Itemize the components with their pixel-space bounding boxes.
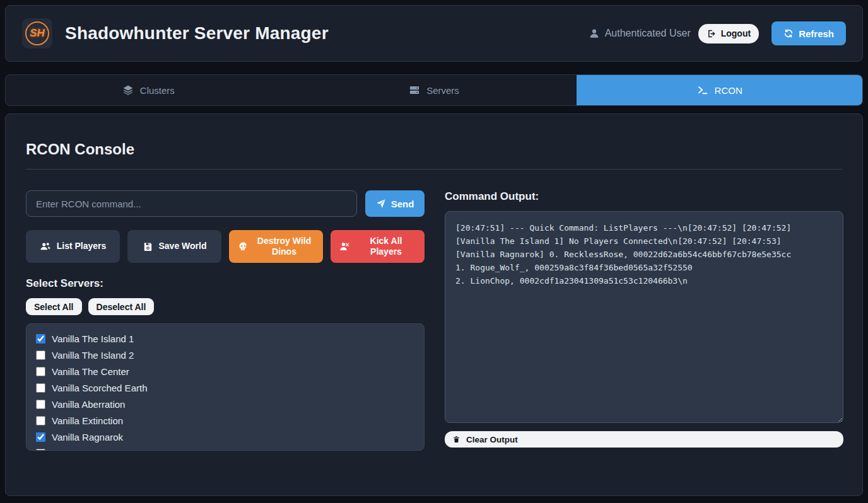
server-label: Vanilla bbox=[52, 448, 79, 451]
command-column: Send List Players Save World bbox=[26, 190, 425, 451]
output-column: Command Output: [20:47:51] --- Quick Com… bbox=[445, 190, 843, 451]
server-label: Vanilla Scorched Earth bbox=[52, 383, 147, 393]
logo-sh-icon: SH bbox=[25, 21, 49, 45]
server-row[interactable]: Vanilla The Island 1 bbox=[36, 330, 414, 347]
save-world-label: Save World bbox=[159, 241, 207, 252]
kick-all-players-button[interactable]: Kick All Players bbox=[331, 230, 425, 263]
server-checkbox[interactable] bbox=[36, 416, 45, 425]
server-checkbox[interactable] bbox=[36, 350, 45, 360]
server-icon bbox=[409, 84, 420, 96]
terminal-icon bbox=[697, 84, 708, 96]
tab-servers-label: Servers bbox=[426, 85, 459, 96]
server-row[interactable]: Vanilla The Island 2 bbox=[36, 347, 414, 363]
tab-rcon-label: RCON bbox=[715, 85, 742, 96]
page-title: RCON Console bbox=[26, 141, 842, 158]
server-row[interactable]: Vanilla Scorched Earth bbox=[36, 379, 414, 396]
server-label: Vanilla Extinction bbox=[52, 415, 123, 426]
app-title: Shadowhunter Server Manager bbox=[65, 23, 329, 43]
server-checkbox[interactable] bbox=[36, 367, 45, 376]
refresh-icon bbox=[783, 28, 794, 38]
destroy-wild-dinos-button[interactable]: Destroy Wild Dinos bbox=[229, 230, 323, 263]
save-icon bbox=[143, 241, 153, 252]
tab-servers[interactable]: Servers bbox=[291, 75, 577, 105]
users-icon bbox=[40, 241, 51, 252]
rcon-console-panel: RCON Console Send List Players bbox=[5, 113, 863, 496]
server-row[interactable]: Vanilla bbox=[36, 445, 414, 451]
layers-icon bbox=[122, 84, 134, 96]
select-all-button[interactable]: Select All bbox=[26, 298, 82, 315]
destroy-wild-dinos-label: Destroy Wild Dinos bbox=[254, 236, 315, 258]
server-checkbox[interactable] bbox=[36, 449, 45, 451]
send-button[interactable]: Send bbox=[365, 190, 425, 217]
server-checkbox[interactable] bbox=[36, 400, 45, 409]
select-servers-heading: Select Servers: bbox=[26, 277, 425, 290]
server-row[interactable]: Vanilla Ragnarok bbox=[36, 429, 414, 445]
server-label: Vanilla The Center bbox=[52, 366, 129, 377]
deselect-all-button[interactable]: Deselect All bbox=[88, 298, 155, 315]
logout-icon bbox=[707, 29, 716, 38]
kick-all-players-label: Kick All Players bbox=[356, 236, 416, 258]
user-icon bbox=[589, 28, 600, 39]
save-world-button[interactable]: Save World bbox=[127, 230, 221, 263]
rcon-command-input[interactable] bbox=[26, 190, 357, 217]
list-players-button[interactable]: List Players bbox=[26, 230, 120, 263]
tab-bar: Clusters Servers RCON bbox=[5, 74, 863, 106]
server-row[interactable]: Vanilla The Center bbox=[36, 363, 414, 379]
tab-rcon[interactable]: RCON bbox=[577, 75, 862, 105]
app-logo: SH bbox=[22, 18, 52, 49]
skull-icon bbox=[238, 241, 249, 252]
server-row[interactable]: Vanilla Extinction bbox=[36, 412, 414, 429]
trash-icon bbox=[452, 435, 460, 444]
server-checkbox[interactable] bbox=[36, 432, 45, 442]
tab-clusters-label: Clusters bbox=[140, 85, 175, 96]
server-label: Vanilla Ragnarok bbox=[52, 432, 123, 442]
logout-button[interactable]: Logout bbox=[698, 24, 759, 43]
server-label: Vanilla Aberration bbox=[52, 399, 125, 410]
tab-clusters[interactable]: Clusters bbox=[6, 75, 291, 105]
divider bbox=[26, 169, 842, 170]
authenticated-user-label: Authenticated User bbox=[605, 28, 691, 39]
list-players-label: List Players bbox=[57, 241, 107, 252]
server-list[interactable]: Vanilla The Island 1 Vanilla The Island … bbox=[26, 323, 425, 451]
server-checkbox[interactable] bbox=[36, 383, 45, 393]
user-x-icon bbox=[339, 241, 350, 252]
server-label: Vanilla The Island 2 bbox=[52, 350, 134, 361]
logout-label: Logout bbox=[721, 28, 751, 38]
server-row[interactable]: Vanilla Aberration bbox=[36, 396, 414, 412]
clear-output-button[interactable]: Clear Output bbox=[445, 431, 843, 448]
refresh-label: Refresh bbox=[799, 28, 834, 39]
app-header: SH Shadowhunter Server Manager Authentic… bbox=[5, 5, 863, 62]
send-label: Send bbox=[391, 199, 414, 209]
command-output-heading: Command Output: bbox=[445, 190, 843, 203]
server-checkbox[interactable] bbox=[36, 334, 45, 344]
server-label: Vanilla The Island 1 bbox=[52, 333, 134, 344]
command-output-textarea[interactable]: [20:47:51] --- Quick Command: ListPlayer… bbox=[445, 211, 843, 423]
clear-output-label: Clear Output bbox=[466, 435, 518, 444]
refresh-button[interactable]: Refresh bbox=[771, 21, 846, 45]
send-icon bbox=[376, 199, 386, 209]
